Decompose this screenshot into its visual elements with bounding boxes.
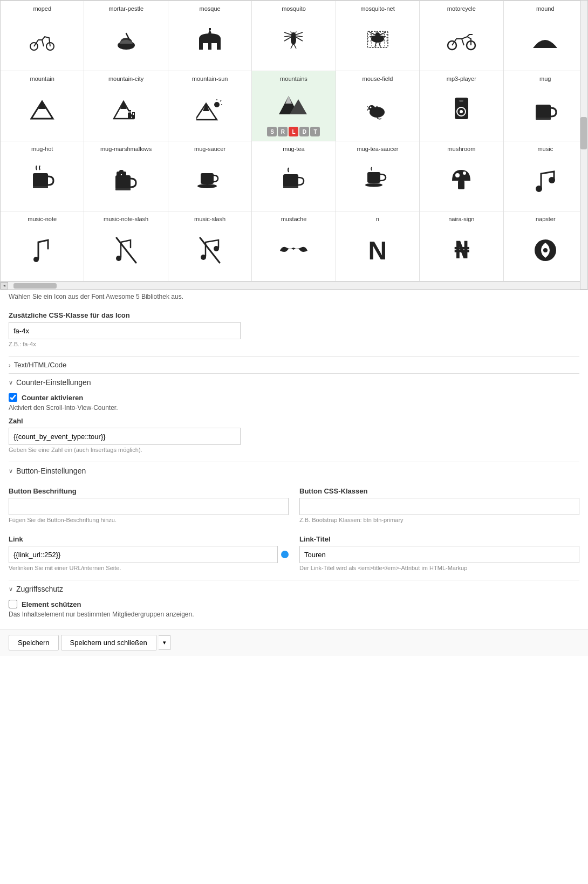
link-titel-input[interactable] [299,546,579,563]
svg-rect-57 [33,186,48,188]
scrollbar-right[interactable] [580,1,587,289]
icon-cell-music-note[interactable]: music-note [1,211,84,282]
css-klassen-col: Button CSS-Klassen Z.B. Bootstrap Klasse… [299,482,579,523]
zahl-hint: Geben Sie eine Zahl ein (auch Inserttags… [9,447,579,453]
save-close-button[interactable]: Speichern und schließen [61,635,156,650]
icon-grid: moped mortar-pestle mosque mosquito [1,1,587,282]
css-klassen-input[interactable] [299,498,579,515]
icon-cell-motorcycle[interactable]: motorcycle [420,1,503,71]
svg-marker-42 [285,96,292,104]
icon-symbol-music [535,157,556,203]
link-titel-label: Link-Titel [299,535,579,543]
icon-symbol-mosque [196,17,223,63]
svg-rect-58 [115,175,131,189]
icon-label-mushroom: mushroom [447,146,475,153]
icon-label-music-slash: music-slash [194,216,225,223]
icon-cell-mug-saucer[interactable]: mug-saucer [168,141,252,211]
counter-toggle[interactable]: ∨ Counter-Einstellungen [9,374,579,393]
icon-cell-mosque[interactable]: mosque [168,1,252,71]
icon-symbol-mosquito-net [364,17,391,63]
svg-rect-66 [283,186,298,188]
text-html-section: › Text/HTML/Code [9,356,579,373]
button-section: ∨ Button-Einstellungen Button Beschriftu… [9,462,579,571]
element-schutz-checkbox[interactable] [9,600,17,608]
icon-cell-music-note-slash[interactable]: music-note-slash [84,211,168,282]
icon-cell-mp3-player[interactable]: mp3-player [420,71,503,141]
icon-cell-mug[interactable]: mug [504,71,587,141]
icon-cell-napster[interactable]: napster [504,211,587,282]
svg-point-64 [197,184,217,188]
svg-point-46 [370,106,372,108]
zahl-input[interactable] [9,428,241,445]
icon-label-mug-tea-saucer: mug-tea-saucer [357,146,398,153]
icon-symbol-mug-saucer [196,157,223,203]
icon-cell-mountains[interactable]: mountains S R L D T [252,71,336,141]
save-button[interactable]: Speichern [9,635,59,650]
link-input[interactable] [9,546,278,563]
svg-point-37 [214,102,220,107]
zugriffsschutz-title: Zugriffsschutz [16,585,63,593]
svg-rect-34 [133,113,134,115]
icon-symbol-mug-marshmallows [113,157,140,203]
icon-symbol-mustache [279,227,309,273]
beschriftung-input[interactable] [9,498,289,515]
icon-cell-moped[interactable]: moped [1,1,84,71]
svg-point-72 [536,186,542,192]
icon-symbol-mushroom [449,157,474,203]
scrollbar-bottom[interactable]: ◂ ▸ [1,282,587,289]
text-html-chevron: › [9,362,11,368]
icon-symbol-moped [29,17,56,63]
icon-symbol-napster [532,227,558,273]
icon-cell-mustache[interactable]: mustache [252,211,336,282]
icon-label-mosquito-net: mosquito-net [360,5,395,12]
scrollbar-thumb[interactable] [580,117,587,149]
icon-cell-mug-hot[interactable]: mug-hot [1,141,84,211]
scroll-left-arrow[interactable]: ◂ [1,282,8,290]
svg-rect-55 [536,118,551,120]
link-dot-icon[interactable] [281,551,289,558]
scrollbar-h-thumb[interactable] [13,283,57,289]
beschriftung-col: Button Beschriftung Fügen Sie die Button… [9,482,289,523]
icon-cell-mug-marshmallows[interactable]: mug-marshmallows [84,141,168,211]
button-fields: Button Beschriftung Fügen Sie die Button… [9,482,579,523]
badge-r: R [278,127,288,136]
icon-label-music: music [537,146,553,153]
icon-cell-music-slash[interactable]: music-slash [168,211,252,282]
zugriffsschutz-chevron: ∨ [9,586,13,593]
icon-selection-hint: Wählen Sie ein Icon aus der Font Awesome… [9,290,579,306]
icon-cell-mug-tea-saucer[interactable]: mug-tea-saucer [336,141,420,211]
text-html-toggle[interactable]: › Text/HTML/Code [9,357,579,373]
icon-cell-mound[interactable]: mound [504,1,587,71]
counter-checkbox[interactable] [9,393,17,402]
save-dropdown-button[interactable]: ▾ [159,635,171,650]
icon-label-mug: mug [539,76,551,83]
icon-label-mug-hot: mug-hot [31,146,53,153]
icon-symbol-mp3-player [452,87,471,133]
link-label: Link [9,535,289,543]
icon-cell-mountain-sun[interactable]: mountain-sun [168,71,252,141]
element-schutz-hint: Das Inhaltselement nur bestimmten Mitgli… [9,611,579,618]
button-toggle[interactable]: ∨ Button-Einstellungen [9,462,579,482]
icon-symbol-music-note [33,227,52,273]
icon-cell-n[interactable]: n N [336,211,420,282]
icon-cell-mushroom[interactable]: mushroom [420,141,503,211]
icon-cell-mouse-field[interactable]: mouse-field [336,71,420,141]
badge-l: L [289,127,298,136]
icon-cell-mountain[interactable]: mountain [1,71,84,141]
badge-s: S [267,127,277,136]
icon-cell-mountain-city[interactable]: mountain-city [84,71,168,141]
icon-label-napster: napster [536,216,556,223]
icon-cell-mortar-pestle[interactable]: mortar-pestle [84,1,168,71]
icon-cell-mosquito-net[interactable]: mosquito-net [336,1,420,71]
icon-cell-naira-sign[interactable]: naira-sign ₦ [420,211,503,282]
svg-rect-65 [283,174,298,187]
icon-label-motorcycle: motorcycle [447,5,476,12]
icon-cell-music[interactable]: music [504,141,587,211]
zugriffsschutz-toggle[interactable]: ∨ Zugriffsschutz [9,580,579,600]
icon-cell-mosquito[interactable]: mosquito [252,1,336,71]
css-class-input[interactable] [9,322,241,339]
icon-symbol-mountain [30,87,54,133]
icon-cell-mug-tea[interactable]: mug-tea [252,141,336,211]
icon-label-music-note: music-note [28,216,57,223]
icon-symbol-naira-sign: ₦ [454,227,469,273]
